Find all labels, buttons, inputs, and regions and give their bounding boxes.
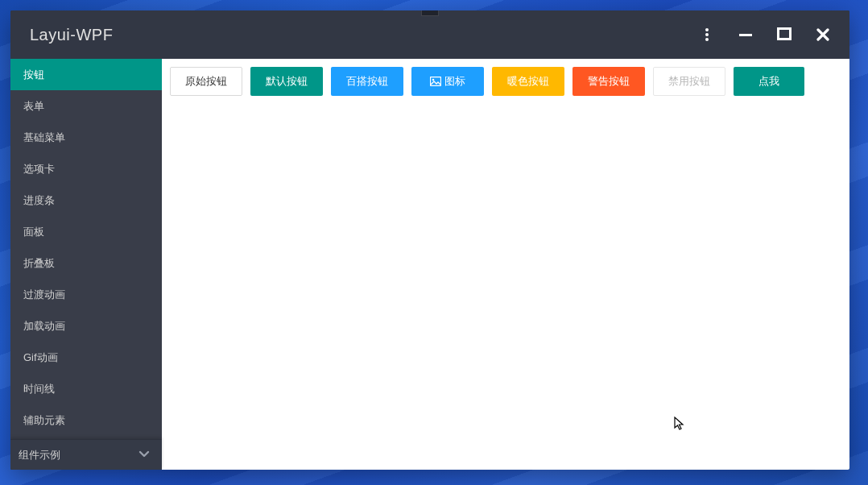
sidebar-item-transition[interactable]: 过渡动画 bbox=[10, 279, 162, 310]
sidebar-item-gif[interactable]: Gif动画 bbox=[10, 342, 162, 373]
button-label: 图标 bbox=[444, 74, 465, 89]
title-grip[interactable] bbox=[421, 10, 439, 16]
sidebar-item-label: 过渡动画 bbox=[23, 288, 65, 302]
sidebar-item-label: 辅助元素 bbox=[23, 413, 65, 428]
danger-button[interactable]: 警告按钮 bbox=[572, 67, 645, 96]
sidebar-item-label: 折叠板 bbox=[23, 256, 55, 271]
window-body: 按钮 表单 基础菜单 选项卡 进度条 面板 折叠板 过渡动画 bbox=[10, 59, 849, 470]
more-button[interactable] bbox=[698, 26, 716, 44]
maximize-button[interactable] bbox=[775, 26, 793, 44]
minimize-button[interactable] bbox=[737, 26, 754, 44]
button-label: 警告按钮 bbox=[588, 74, 630, 89]
button-label: 百搭按钮 bbox=[346, 74, 388, 89]
disabled-button: 禁用按钮 bbox=[653, 67, 725, 96]
sidebar-item-tab[interactable]: 选项卡 bbox=[10, 153, 162, 184]
normal-button[interactable]: 百搭按钮 bbox=[331, 67, 403, 96]
sidebar-item-collapse[interactable]: 折叠板 bbox=[10, 247, 162, 279]
svg-point-1 bbox=[705, 33, 709, 36]
svg-point-2 bbox=[705, 38, 709, 41]
sidebar-item-label: Gif动画 bbox=[23, 350, 58, 365]
sidebar-item-form[interactable]: 表单 bbox=[10, 90, 162, 122]
title-controls bbox=[698, 26, 849, 44]
svg-point-0 bbox=[705, 28, 709, 31]
button-label: 默认按钮 bbox=[266, 74, 308, 89]
sidebar-item-timeline[interactable]: 时间线 bbox=[10, 373, 162, 404]
app-window: Layui-WPF 按钮 表单 基础菜单 bbox=[10, 10, 849, 470]
sidebar: 按钮 表单 基础菜单 选项卡 进度条 面板 折叠板 过渡动画 bbox=[10, 59, 162, 470]
sidebar-item-label: 表单 bbox=[23, 99, 44, 114]
button-label: 点我 bbox=[758, 74, 779, 89]
close-button[interactable] bbox=[814, 26, 832, 44]
default-button[interactable]: 默认按钮 bbox=[250, 67, 323, 96]
button-row: 原始按钮 默认按钮 百搭按钮 图标 暖色按钮 bbox=[170, 67, 841, 96]
sidebar-item-label: 选项卡 bbox=[23, 162, 55, 176]
warm-button[interactable]: 暖色按钮 bbox=[492, 67, 564, 96]
sidebar-item-label: 时间线 bbox=[23, 382, 55, 396]
app-title: Layui-WPF bbox=[30, 26, 113, 44]
sidebar-item-button[interactable]: 按钮 bbox=[10, 59, 162, 90]
titlebar: Layui-WPF bbox=[10, 10, 849, 59]
button-label: 原始按钮 bbox=[185, 74, 227, 89]
sidebar-item-loading[interactable]: 加载动画 bbox=[10, 310, 162, 342]
chevron-down-icon bbox=[138, 447, 151, 462]
sidebar-footer-label: 组件示例 bbox=[19, 448, 60, 462]
sidebar-item-label: 加载动画 bbox=[23, 319, 65, 334]
raw-button[interactable]: 原始按钮 bbox=[170, 67, 242, 96]
sidebar-item-aux[interactable]: 辅助元素 bbox=[10, 404, 162, 436]
svg-rect-3 bbox=[739, 34, 752, 36]
sidebar-item-menu[interactable]: 基础菜单 bbox=[10, 122, 162, 153]
sidebar-item-panel[interactable]: 面板 bbox=[10, 216, 162, 247]
content-area: 原始按钮 默认按钮 百搭按钮 图标 暖色按钮 bbox=[162, 59, 849, 470]
sidebar-item-label: 进度条 bbox=[23, 193, 55, 208]
sidebar-item-label: 基础菜单 bbox=[23, 131, 65, 145]
svg-rect-5 bbox=[431, 77, 441, 86]
sidebar-item-progress[interactable]: 进度条 bbox=[10, 184, 162, 216]
image-icon bbox=[430, 77, 441, 86]
click-button[interactable]: 点我 bbox=[734, 67, 804, 96]
sidebar-item-label: 按钮 bbox=[23, 68, 44, 82]
svg-rect-4 bbox=[779, 29, 791, 39]
button-label: 禁用按钮 bbox=[668, 74, 710, 89]
sidebar-footer-components[interactable]: 组件示例 bbox=[10, 439, 162, 470]
sidebar-item-label: 面板 bbox=[23, 225, 44, 239]
icon-button[interactable]: 图标 bbox=[411, 67, 484, 96]
button-label: 暖色按钮 bbox=[507, 74, 549, 89]
svg-point-6 bbox=[432, 79, 435, 81]
